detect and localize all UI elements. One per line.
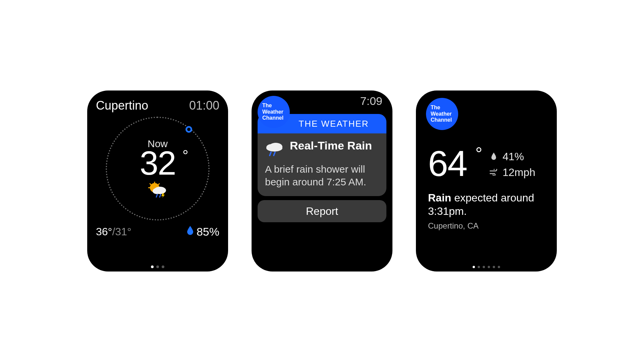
wind-icon xyxy=(489,169,498,176)
watch-screen-rain-notification: 7:09 The Weather Channel THE WEATHER xyxy=(252,90,392,272)
svg-line-8 xyxy=(160,194,161,197)
svg-line-13 xyxy=(270,152,271,156)
clock-time: 7:09 xyxy=(360,95,382,108)
weather-channel-logo: The Weather Channel xyxy=(258,96,290,128)
weather-channel-logo: The Weather Channel xyxy=(426,98,458,130)
location-label: Cupertino xyxy=(96,99,148,113)
current-temperature: 32° xyxy=(140,146,175,180)
precip-chance: 41% xyxy=(489,150,535,163)
svg-line-4 xyxy=(158,184,159,185)
hourly-weather-dial[interactable]: Now 32° xyxy=(106,117,210,221)
high-low-temperature: 36°/31° xyxy=(96,226,131,238)
svg-line-14 xyxy=(274,152,275,156)
svg-line-3 xyxy=(150,184,151,185)
location-label: Cupertino, CA xyxy=(428,221,547,231)
watch-screen-weather-glance: The Weather Channel 64° 41% xyxy=(416,90,557,272)
notification-title: Real-Time Rain xyxy=(290,139,372,152)
page-indicator[interactable] xyxy=(473,266,500,268)
current-temperature: 64° xyxy=(428,148,467,179)
wind-speed: 12mph xyxy=(489,166,535,179)
svg-point-6 xyxy=(153,188,161,194)
report-button[interactable]: Report xyxy=(258,200,386,222)
water-drop-icon xyxy=(489,153,498,161)
humidity-value: 85% xyxy=(186,225,219,238)
notification-body: A brief rain shower will begin around 7:… xyxy=(265,163,379,188)
clock-time: 01:00 xyxy=(189,99,219,113)
forecast-summary: Rain expected around 3:31pm. xyxy=(428,191,547,218)
svg-point-12 xyxy=(266,145,282,152)
cloud-rain-icon xyxy=(265,141,284,158)
page-indicator[interactable] xyxy=(151,265,164,268)
water-drop-icon xyxy=(186,226,194,238)
svg-line-7 xyxy=(156,194,157,197)
watch-screen-weather-dial: Cupertino 01:00 Now 32° xyxy=(87,90,228,272)
sun-cloud-rain-icon xyxy=(147,182,168,199)
